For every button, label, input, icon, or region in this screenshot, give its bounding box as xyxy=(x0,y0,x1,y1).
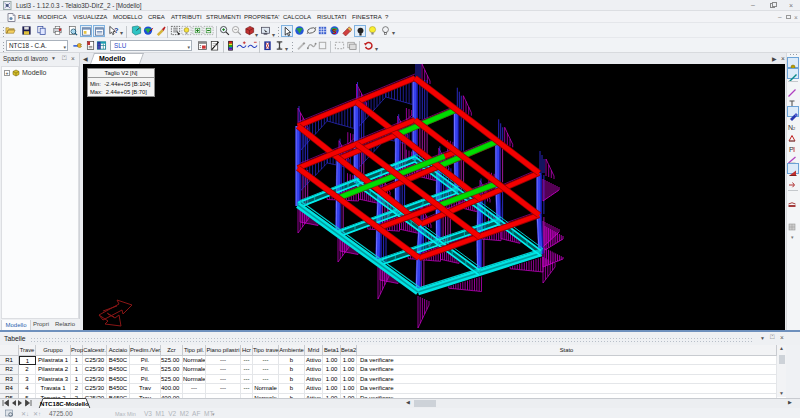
svg-text:?: ? xyxy=(114,26,119,35)
svg-text:S: S xyxy=(332,28,337,35)
